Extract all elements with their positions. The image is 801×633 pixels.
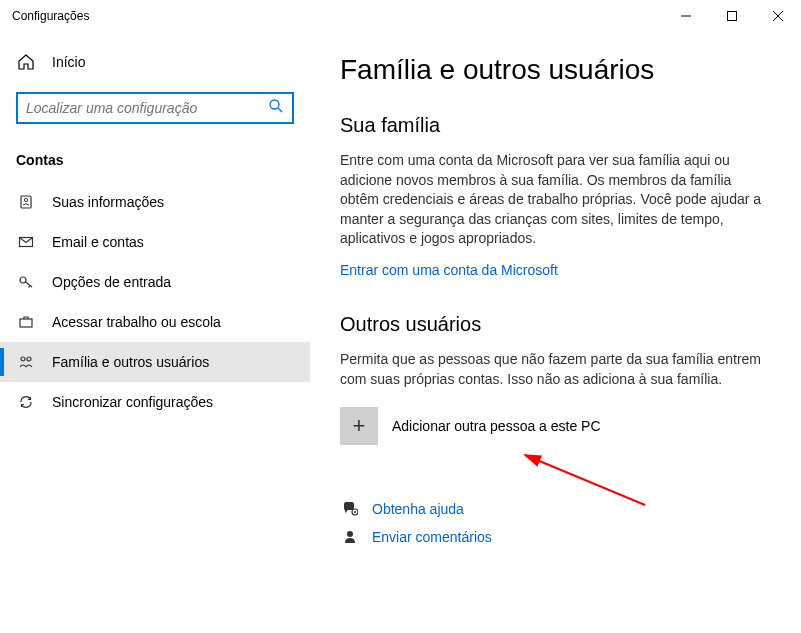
briefcase-icon xyxy=(16,314,36,330)
svg-rect-1 xyxy=(728,12,737,21)
feedback-label: Enviar comentários xyxy=(372,529,492,545)
close-button[interactable] xyxy=(755,0,801,32)
sidebar: Início Contas Suas informações Email e c… xyxy=(0,32,310,633)
search-field[interactable] xyxy=(26,100,268,116)
feedback-link[interactable]: Enviar comentários xyxy=(340,523,771,551)
svg-line-5 xyxy=(278,108,282,112)
feedback-icon xyxy=(340,529,360,545)
svg-point-14 xyxy=(27,357,31,361)
svg-rect-12 xyxy=(20,319,32,327)
home-button[interactable]: Início xyxy=(0,44,310,80)
sidebar-item-email[interactable]: Email e contas xyxy=(0,222,310,262)
sync-icon xyxy=(16,394,36,410)
search-input[interactable] xyxy=(16,92,294,124)
svg-point-18 xyxy=(347,531,353,537)
help-icon xyxy=(340,501,360,517)
family-icon xyxy=(16,354,36,370)
sidebar-item-label: Sincronizar configurações xyxy=(52,394,213,410)
sidebar-item-sync[interactable]: Sincronizar configurações xyxy=(0,382,310,422)
main-content: Família e outros usuários Sua família En… xyxy=(310,32,801,633)
family-section-desc: Entre com uma conta da Microsoft para ve… xyxy=(340,151,771,249)
sidebar-item-signin-options[interactable]: Opções de entrada xyxy=(0,262,310,302)
key-icon xyxy=(16,274,36,290)
home-label: Início xyxy=(52,54,85,70)
person-icon xyxy=(16,194,36,210)
minimize-button[interactable] xyxy=(663,0,709,32)
email-icon xyxy=(16,234,36,250)
sidebar-item-label: Acessar trabalho ou escola xyxy=(52,314,221,330)
sidebar-item-label: Opções de entrada xyxy=(52,274,171,290)
other-users-section-title: Outros usuários xyxy=(340,313,771,336)
other-users-section-desc: Permita que as pessoas que não fazem par… xyxy=(340,350,771,389)
svg-point-13 xyxy=(21,357,25,361)
sidebar-item-label: Família e outros usuários xyxy=(52,354,209,370)
signin-microsoft-link[interactable]: Entrar com uma conta da Microsoft xyxy=(340,262,558,278)
window-title: Configurações xyxy=(12,9,663,23)
search-icon xyxy=(268,98,284,118)
get-help-label: Obtenha ajuda xyxy=(372,501,464,517)
titlebar: Configurações xyxy=(0,0,801,32)
home-icon xyxy=(16,54,36,70)
sidebar-item-label: Email e contas xyxy=(52,234,144,250)
family-section-title: Sua família xyxy=(340,114,771,137)
sidebar-item-family[interactable]: Família e outros usuários xyxy=(0,342,310,382)
svg-line-11 xyxy=(29,286,31,288)
sidebar-section-header: Contas xyxy=(0,144,310,182)
add-person-label: Adicionar outra pessoa a este PC xyxy=(392,418,601,434)
svg-point-9 xyxy=(20,277,26,283)
sidebar-item-label: Suas informações xyxy=(52,194,164,210)
sidebar-item-work-school[interactable]: Acessar trabalho ou escola xyxy=(0,302,310,342)
get-help-link[interactable]: Obtenha ajuda xyxy=(340,495,771,523)
sidebar-item-your-info[interactable]: Suas informações xyxy=(0,182,310,222)
plus-icon: + xyxy=(340,407,378,445)
maximize-button[interactable] xyxy=(709,0,755,32)
svg-point-4 xyxy=(270,100,279,109)
svg-point-7 xyxy=(24,198,27,201)
page-title: Família e outros usuários xyxy=(340,54,771,86)
add-person-button[interactable]: + Adicionar outra pessoa a este PC xyxy=(340,407,771,445)
